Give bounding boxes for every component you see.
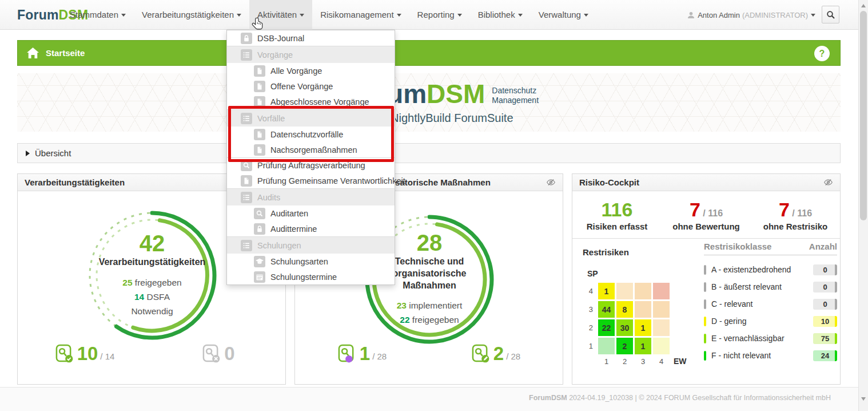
document-icon [254,129,265,140]
dropdown-item-dsb-journal[interactable]: DSB-Journal [227,30,395,46]
scroll-up-arrow[interactable] [861,4,866,7]
matrix-cell [616,283,633,299]
matrix-cell: 1 [635,338,651,354]
dropdown-item-offene-vorgaenge[interactable]: Offene Vorgänge [227,78,395,94]
table-row: D - gering 10 [704,313,837,330]
menu-risikomanagement[interactable]: Risikomanagement [312,0,409,30]
stat-ohne-bewertung[interactable]: 7 / 116 ohne Bewertung [662,199,751,231]
audit-x-icon [202,343,221,364]
stat-ohne-restrisiko[interactable]: 7 / 116 ohne Restrisiko [751,199,840,231]
dropdown-item-auditarten[interactable]: Auditarten [227,206,395,221]
help-button[interactable] [814,46,830,61]
chevron-right-icon [26,151,30,156]
calendar-icon [254,271,265,283]
table-row: E - vernachlässigbar 75 [704,330,837,347]
chevron-down-icon [518,14,523,17]
visibility-toggle[interactable] [823,177,833,187]
stat-geprueft[interactable]: 10 / 14 [18,343,152,364]
stat-in-bearbeitung[interactable]: 1 / 28 [295,343,429,364]
matrix-cell [635,301,651,318]
card-title: Verarbeitungstätigkeiten [25,174,125,191]
chevron-down-icon [121,14,126,17]
scrollbar-thumb[interactable] [860,11,867,220]
dropdown-item-abgeschlossene-vorgaenge[interactable]: Abgeschlossene Vorgänge [227,94,395,109]
matrix-cell [635,283,651,299]
aktivitaeten-dropdown: DSB-Journal Vorgänge Alle Vorgänge Offen… [226,30,395,285]
menu-verwaltung[interactable]: Verwaltung [531,0,596,30]
matrix-cell [653,301,670,318]
audit-dot-icon [337,343,356,364]
stat-nicht-geprueft[interactable]: 0 [152,343,285,364]
overview-toggle[interactable]: Übersicht [17,143,841,163]
search-button[interactable] [822,6,839,23]
donut-value: 42 [140,232,165,255]
eye-slash-icon [546,177,556,187]
menu-verarbeitungstaetigkeiten[interactable]: Verarbeitungstätigkeiten [134,0,249,30]
dropdown-item-schulungstermine[interactable]: Schulungstermine [227,269,395,284]
footer-text: ForumDSM 2024-04.19_102038 | © 2024 FORU… [529,394,831,402]
matrix-cell [653,338,670,354]
dropdown-header-vorgaenge: Vorgänge [227,46,395,63]
top-navbar: ForumDSM Stammdaten Verarbeitungstätigke… [0,0,858,30]
donut-label: Verarbeitungstätigkeiten [99,256,206,268]
dropdown-item-alle-vorgaenge[interactable]: Alle Vorgänge [227,63,395,78]
dropdown-header-audits: Audits [227,188,395,206]
lock-icon [241,33,252,44]
visibility-toggle[interactable] [546,177,556,187]
graduation-cap-icon [254,256,265,267]
table-header-count: Anzahl [809,242,837,251]
eye-slash-icon [823,177,833,187]
user-menu[interactable]: Anton Admin (ADMINISTRATOR) [687,0,815,30]
search-icon [826,10,835,19]
donut-label: Technische und organisatorische Maßnahme… [393,256,467,291]
stat-risiken-erfasst[interactable]: 116 Risiken erfasst [572,199,662,231]
stat-in-pruefung[interactable]: 2 / 28 [429,343,563,364]
main-menu: Stammdaten Verarbeitungstätigkeiten Akti… [62,0,596,30]
chevron-down-icon [300,14,304,17]
donut-stats: 25 freigegeben 14 DSFA Notwendig [122,276,181,318]
search-icon [254,208,265,219]
dropdown-item-datenschutzvorfaelle[interactable]: Datenschutzvorfälle [227,127,395,142]
matrix-cell: 1 [635,319,651,336]
document-icon [254,144,265,156]
scroll-down-arrow[interactable] [861,397,866,401]
document-icon [254,81,265,92]
table-row: A - existenzbedrohend 0 [704,261,837,278]
x-axis-label: EW [674,357,687,366]
dropdown-item-pruefung-gemeinsame-verantwortlichkeit[interactable]: Prüfung Gemeinsame Verantwortlichkeit [227,173,395,188]
dropdown-item-pruefung-auftragsverarbeitung[interactable]: Prüfung Auftragsverarbeitung [227,157,395,173]
card-risiko-cockpit: Risiko-Cockpit 116 Risiken erfasst 7 / 1… [572,173,841,385]
matrix-cell: 8 [616,301,633,318]
dropdown-header-schulungen: Schulungen [227,236,395,254]
menu-bibliothek[interactable]: Bibliothek [470,0,531,30]
matrix-cell [653,283,670,299]
chevron-down-icon [457,14,462,17]
document-icon [254,96,265,108]
table-row: F - nicht relevant 24 [704,347,837,364]
dropdown-item-audittermine[interactable]: Audittermine [227,221,395,236]
lock-icon [254,223,265,235]
chevron-down-icon [397,14,401,17]
user-icon [687,11,695,19]
donut-chart-verarbeitungstaetigkeiten: 42 Verarbeitungstätigkeiten 25 freigegeb… [83,207,221,344]
table-row: C - relevant 0 [704,295,837,313]
matrix-cell: 2 [616,338,633,354]
donut-value: 28 [417,231,443,254]
vertical-scrollbar[interactable] [858,0,868,411]
home-icon [27,48,39,58]
dropdown-item-nachsorgemassnahmen[interactable]: Nachsorgemaßnahmen [227,142,395,157]
donut-stats: 23 implementiert 22 freigegeben [397,299,463,327]
dropdown-item-schulungsarten[interactable]: Schulungsarten [227,254,395,269]
matrix-cell: 44 [598,301,615,318]
footer: ForumDSM 2024-04.19_102038 | © 2024 FORU… [0,387,858,411]
menu-aktivitaeten[interactable]: Aktivitäten [249,0,312,30]
menu-stammdaten[interactable]: Stammdaten [62,0,134,30]
menu-reporting[interactable]: Reporting [409,0,470,30]
chevron-down-icon [811,14,815,17]
restrisiken-heading: Restrisiken [583,247,629,257]
chevron-down-icon [237,14,241,17]
hero-section: ForumDSM Datenschutz Management Die Nigh… [17,73,841,132]
matrix-cell: 1 [598,283,615,299]
hero-tagline: Datenschutz Management [492,86,539,107]
risk-summary-stats: 116 Risiken erfasst 7 / 116 ohne Bewertu… [572,191,840,239]
